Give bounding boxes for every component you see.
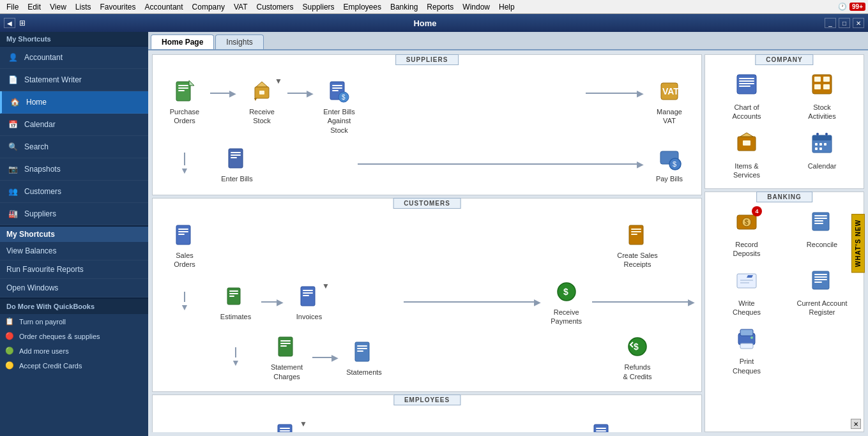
arrow-eb-pb: ▶ — [358, 159, 644, 169]
arrow-rp-right: ▶ — [592, 297, 695, 307]
tab-insights[interactable]: Insights — [215, 34, 263, 49]
svg-rect-45 — [280, 345, 287, 347]
create-sales-receipts-item[interactable]: Create SalesReceipts — [612, 219, 663, 272]
print-cheques-item[interactable]: PrintCheques — [712, 324, 782, 378]
sidebar-item-home[interactable]: 🏠 Home — [0, 91, 148, 114]
menu-edit[interactable]: Edit — [24, 1, 45, 13]
svg-rect-11 — [332, 87, 342, 89]
svg-rect-77 — [815, 143, 818, 146]
svg-text:$: $ — [563, 287, 568, 297]
estimates-item[interactable]: Estimates — [210, 280, 261, 324]
collapse-sidebar-button[interactable]: ◀ — [4, 18, 15, 28]
items-services-item[interactable]: Items &Services — [712, 129, 782, 183]
receive-stock-icon: ▼ — [248, 78, 275, 105]
menu-accountant[interactable]: Accountant — [141, 1, 187, 13]
menu-lists[interactable]: Lists — [72, 1, 95, 13]
purchase-orders-item[interactable]: PurchaseOrders — [159, 75, 210, 128]
enter-time-icon — [273, 421, 300, 432]
stock-activities-icon — [811, 73, 834, 100]
menu-company[interactable]: Company — [188, 1, 229, 13]
sales-orders-item[interactable]: SalesOrders — [159, 219, 210, 272]
menu-employees[interactable]: Employees — [340, 1, 385, 13]
svg-rect-54 — [280, 430, 290, 432]
create-sales-receipts-label: Create SalesReceipts — [617, 251, 658, 269]
statement-charges-icon — [273, 333, 300, 360]
svg-point-76 — [825, 133, 828, 135]
customers-row2: ▼ Estimates ▶ — [159, 274, 695, 330]
sidebar-item-snapshots[interactable]: 📷 Snapshots — [0, 158, 148, 181]
refunds-credits-item[interactable]: $ Refunds& Credits — [612, 331, 663, 384]
stock-activities-item[interactable]: StockActivities — [787, 70, 857, 124]
calendar-panel-icon — [811, 132, 834, 159]
menu-bar: File Edit View Lists Favourites Accounta… — [0, 0, 868, 14]
calendar-item[interactable]: Calendar — [787, 129, 857, 183]
chart-of-accounts-icon — [735, 73, 758, 100]
whats-new-tab[interactable]: WHAT'S NEW — [851, 214, 865, 273]
statements-item[interactable]: Statements — [339, 336, 390, 379]
reconcile-item[interactable]: Reconcile — [787, 207, 857, 261]
record-deposits-item[interactable]: $ 4 RecordDeposits — [712, 207, 782, 261]
menu-items: File Edit View Lists Favourites Accounta… — [3, 1, 519, 13]
pay-bills-item[interactable]: $ Pay Bills — [644, 142, 695, 186]
enter-bills-item[interactable]: Enter Bills — [211, 142, 263, 186]
svg-rect-7 — [259, 91, 264, 94]
sidebar-credit-cards[interactable]: 🟡 Accept Credit Cards — [0, 358, 148, 373]
stock-activities-label: StockActivities — [808, 103, 835, 121]
statement-writer-icon: 📄 — [6, 73, 19, 86]
statement-charges-item[interactable]: StatementCharges — [261, 331, 312, 384]
calendar-icon: 📅 — [6, 118, 19, 131]
learn-payroll-item[interactable]: Learn AboutPayroll Options — [573, 418, 631, 432]
menu-help[interactable]: Help — [495, 1, 519, 13]
payroll-icon: 📋 — [5, 317, 14, 326]
whats-new-close-button[interactable]: ✕ — [851, 419, 861, 429]
sidebar-order-cheques[interactable]: 🔴 Order cheques & supplies — [0, 329, 148, 343]
sidebar-item-label: Home — [26, 98, 47, 107]
menu-vat[interactable]: VAT — [230, 1, 252, 13]
home-icon: 🏠 — [8, 96, 21, 109]
sidebar-item-accountant[interactable]: 👤 Accountant — [0, 47, 148, 69]
sidebar-item-calendar[interactable]: 📅 Calendar — [0, 114, 148, 136]
sidebar-item-open-windows[interactable]: Open Windows — [0, 279, 148, 297]
manage-vat-item[interactable]: VAT ManageVAT — [644, 75, 695, 128]
svg-rect-10 — [332, 85, 342, 86]
sidebar-item-view-balances[interactable]: View Balances — [0, 242, 148, 260]
write-cheques-item[interactable]: WriteCheques — [712, 266, 782, 320]
invoices-item[interactable]: Invoices ▼ — [284, 280, 335, 324]
svg-rect-99 — [740, 329, 753, 336]
menu-banking[interactable]: Banking — [386, 1, 422, 13]
receive-stock-item[interactable]: ▼ ReceiveStock ▼ — [236, 75, 287, 128]
current-account-register-item[interactable]: Current AccountRegister — [787, 266, 857, 320]
menu-customers[interactable]: Customers — [253, 1, 298, 13]
chart-of-accounts-item[interactable]: Chart ofAccounts — [712, 70, 782, 124]
maximize-button[interactable]: □ — [839, 18, 850, 28]
receive-payments-label: ReceivePayments — [551, 308, 582, 326]
do-more-header: Do More With QuickBooks — [0, 299, 148, 314]
home-content: SUPPLIERS PurchaseOrders — [148, 50, 868, 436]
arrow-to-manage-vat: ▶ — [586, 88, 644, 98]
menu-file[interactable]: File — [3, 1, 22, 13]
receive-payments-item[interactable]: $ ReceivePayments — [541, 276, 592, 329]
enter-bills-against-stock-item[interactable]: $ Enter BillsAgainstStock — [314, 75, 365, 137]
minimize-button[interactable]: _ — [825, 18, 836, 28]
current-account-register-icon — [811, 269, 834, 296]
enter-time-item[interactable]: EnterTime ▼ — [261, 418, 312, 432]
menu-favourites[interactable]: Favourites — [96, 1, 140, 13]
sidebar-item-suppliers[interactable]: 🏭 Suppliers — [0, 203, 148, 225]
close-button[interactable]: ✕ — [853, 18, 864, 28]
sidebar-add-users[interactable]: 🟢 Add more users — [0, 343, 148, 358]
tab-home-page[interactable]: Home Page — [151, 34, 214, 49]
sidebar-item-run-reports[interactable]: Run Favourite Reports — [0, 260, 148, 279]
sidebar-turn-on-payroll[interactable]: 📋 Turn on payroll — [0, 314, 148, 329]
write-cheques-label: WriteCheques — [733, 299, 761, 317]
sidebar-item-customers[interactable]: 👥 Customers — [0, 181, 148, 203]
menu-view[interactable]: View — [46, 1, 70, 13]
menu-suppliers[interactable]: Suppliers — [299, 1, 339, 13]
menu-window[interactable]: Window — [459, 1, 494, 13]
items-services-label: Items &Services — [733, 162, 760, 180]
sidebar-item-search[interactable]: 🔍 Search — [0, 136, 148, 158]
sidebar-item-statement-writer[interactable]: 📄 Statement Writer — [0, 69, 148, 91]
menu-reports[interactable]: Reports — [423, 1, 457, 13]
reconcile-icon — [811, 210, 834, 237]
notification-badge: 99+ — [849, 3, 865, 11]
svg-rect-72 — [743, 140, 750, 146]
